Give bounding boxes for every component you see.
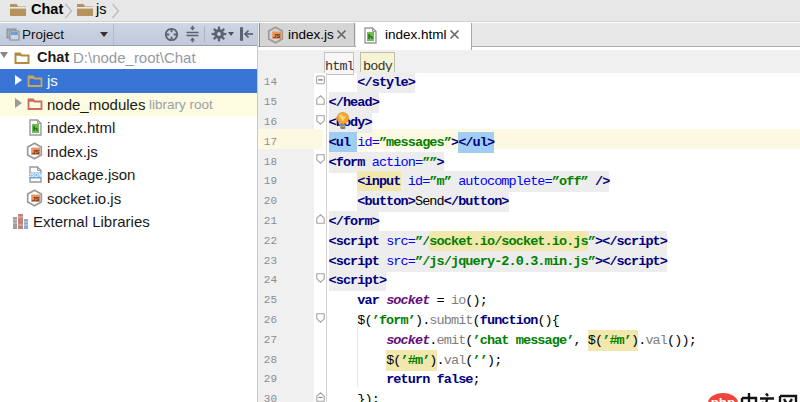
svg-text:JS: JS xyxy=(32,148,40,155)
svg-text:php: php xyxy=(711,395,736,402)
svg-text:JSON: JSON xyxy=(28,172,42,178)
svg-text:JS: JS xyxy=(32,195,40,202)
svg-text:JS: JS xyxy=(273,32,281,39)
